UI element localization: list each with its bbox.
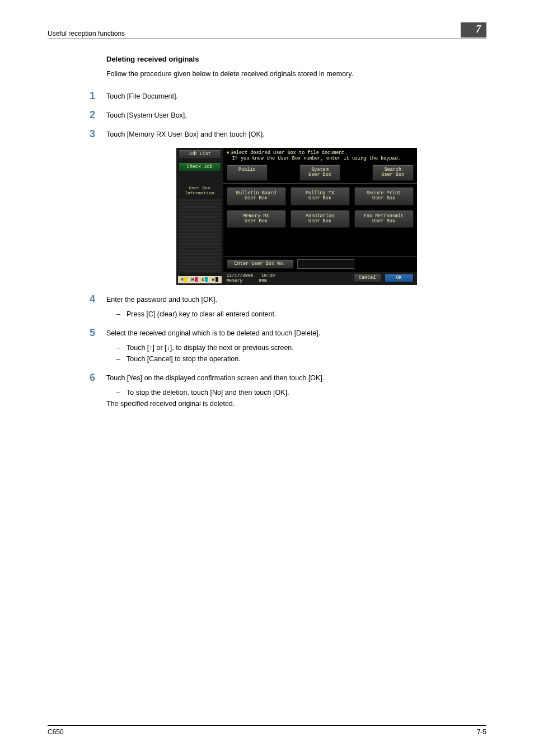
section-title: Deleting received originals xyxy=(106,55,486,63)
intro-text: Follow the procedure given below to dele… xyxy=(106,69,486,80)
system-user-box-tab[interactable]: System User Box xyxy=(299,165,341,181)
check-job-button[interactable]: Check Job xyxy=(179,162,221,172)
toner-indicator: Y M C K xyxy=(178,276,222,283)
substep-text: Press [C] (clear) key to clear all enter… xyxy=(127,309,276,320)
step-text: Select the received original which is to… xyxy=(106,329,320,337)
chapter-number: 7 xyxy=(461,22,486,38)
substep-text: Touch [↑] or [↓], to display the next or… xyxy=(127,342,294,353)
footer-model: C650 xyxy=(48,728,64,736)
polling-tx-user-box[interactable]: Polling TX User Box xyxy=(291,187,350,206)
user-box-no-field[interactable] xyxy=(297,259,354,269)
annotation-user-box[interactable]: Annotation User Box xyxy=(291,210,350,228)
bulb-icon: ♦ xyxy=(227,150,229,156)
public-tab[interactable]: Public xyxy=(227,165,268,181)
step-text: Touch [Memory RX User Box] and then touc… xyxy=(106,129,265,140)
step-result-text: The specified received original is delet… xyxy=(106,398,324,409)
step-text: Touch [System User Box]. xyxy=(106,110,187,121)
substep-text: Touch [Cancel] to stop the operation. xyxy=(127,353,241,365)
step-number: 1 xyxy=(90,91,106,102)
step-number: 6 xyxy=(90,372,106,384)
footer-page: 7-5 xyxy=(477,728,486,736)
search-user-box-tab[interactable]: Search User Box xyxy=(372,165,414,181)
step-text: Touch [Yes] on the displayed confirmatio… xyxy=(106,374,324,382)
step-text: Touch [File Document]. xyxy=(106,91,178,102)
secure-print-user-box[interactable]: Secure Print User Box xyxy=(354,187,414,206)
device-screenshot: Job List Check Job User Box Information … xyxy=(176,148,417,285)
cancel-button[interactable]: Cancel xyxy=(354,274,381,282)
step-number: 2 xyxy=(90,110,106,121)
substep-text: To stop the deletion, touch [No] and the… xyxy=(127,387,289,398)
ok-button[interactable]: OK xyxy=(385,274,414,282)
memory-rx-user-box[interactable]: Memory RX User Box xyxy=(227,210,286,228)
header-section: Useful reception functions xyxy=(48,30,125,38)
step-number: 5 xyxy=(90,328,106,339)
job-list-button[interactable]: Job List xyxy=(179,150,221,159)
bulletin-board-user-box[interactable]: Bulletin Board User Box xyxy=(227,187,286,206)
step-number: 4 xyxy=(90,294,106,305)
step-number: 3 xyxy=(90,129,106,140)
status-info: 11/17/2006 10:39 Memory 99% xyxy=(227,273,275,283)
instruction-text: ♦Select desired User Box to file documen… xyxy=(223,148,417,165)
step-text: Enter the password and touch [OK]. xyxy=(106,296,217,304)
user-box-information-label: User Box Information xyxy=(179,186,221,196)
enter-user-box-no-label: Enter User Box No. xyxy=(227,259,294,269)
fax-retransmit-user-box[interactable]: Fax Retransmit User Box xyxy=(354,210,414,228)
